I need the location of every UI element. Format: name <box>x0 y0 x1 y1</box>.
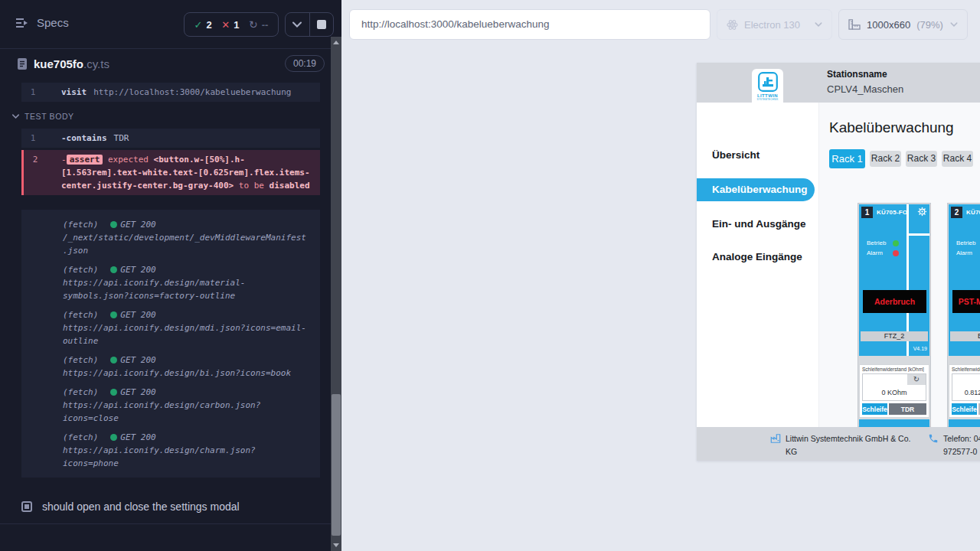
specs-menu-icon[interactable] <box>15 17 29 29</box>
pending-test-row[interactable]: should open and close the settings modal <box>21 500 240 513</box>
success-dot-icon <box>110 311 117 318</box>
x-icon: ✕ <box>221 19 230 31</box>
app-main: Kabelüberwachung Rack 1 Rack 2 Rack 3 Ra… <box>819 103 980 427</box>
rack-unit-card-2: 2 KÜ705-FO Betrieb Alarm PST-M prüfen B2… <box>947 203 980 427</box>
tab-rack-1[interactable]: Rack 1 <box>829 149 865 168</box>
contains-command-row[interactable]: 1 -containsTDR <box>21 129 320 148</box>
schleife-button[interactable]: Schleife <box>952 403 977 415</box>
scroll-down-arrow-icon[interactable] <box>333 543 339 547</box>
stat-pending: ↻-- <box>249 18 268 31</box>
fetch-log-entry: (fetch)GET 200 https://api.iconify.desig… <box>21 304 320 349</box>
fetch-log-entry: (fetch)GET 200 https://api.iconify.desig… <box>21 349 320 381</box>
visit-command: visit <box>61 87 87 97</box>
reporter-scrollbar[interactable] <box>331 37 341 551</box>
assert-badge: assert <box>67 155 103 165</box>
failed-assert-row[interactable]: 2 -assert expected <button.w-[50%].h-[1.… <box>21 150 320 195</box>
spec-file-name: kue705fo.cy.ts <box>34 57 109 70</box>
tab-rack-2[interactable]: Rack 2 <box>870 151 901 167</box>
rack-unit-card-1: 1 KÜ705-FO Betrieb Alarm Aderbruch FTZ_2… <box>858 203 931 427</box>
check-icon: ✓ <box>194 19 203 31</box>
success-dot-icon <box>110 389 117 396</box>
tdr-button[interactable]: TDR <box>889 403 926 415</box>
littwin-logo-icon <box>758 72 778 92</box>
factory-icon <box>770 433 781 444</box>
station-info: Stationsname CPLV4_Maschen <box>827 69 903 95</box>
resistance-label: Schleifenwiderstand [kOhm] <box>949 365 980 372</box>
contains-command: -contains <box>61 133 107 143</box>
unit-model-label: KÜ705-FO <box>877 209 907 216</box>
fetch-url: https://api.iconify.design/charm.json?ic… <box>63 444 306 470</box>
resistance-value: 0.812 KOhm <box>952 389 980 396</box>
page-title: Kabelüberwachung <box>829 119 954 136</box>
success-dot-icon <box>110 221 117 228</box>
stop-icon <box>317 20 326 29</box>
visit-command-row[interactable]: 1 visithttp://localhost:3000/kabelueberw… <box>21 83 320 102</box>
fetch-url: https://api.iconify.design/carbon.json?i… <box>63 399 306 425</box>
assert-expected-state: disabled <box>270 181 310 191</box>
chevron-down-icon <box>815 22 822 27</box>
tab-rack-3[interactable]: Rack 3 <box>906 151 937 167</box>
scroll-up-arrow-icon[interactable] <box>333 41 339 44</box>
aut-background: http://localhost:3000/kabelueberwachung … <box>341 0 980 551</box>
status-display: Aderbruch <box>863 290 926 313</box>
stop-button[interactable] <box>309 13 334 36</box>
success-dot-icon <box>110 434 117 441</box>
success-dot-icon <box>110 266 117 273</box>
station-value: CPLV4_Maschen <box>827 83 903 95</box>
cypress-reporter-panel: Specs ✓2 ✕1 ↻-- kue705fo.cy.ts 00:19 1 v… <box>0 0 341 551</box>
specs-label[interactable]: Specs <box>37 16 69 29</box>
resistance-value: 0 KOhm <box>863 389 926 396</box>
divider <box>0 523 331 524</box>
spec-file-icon <box>17 57 28 70</box>
scrollbar-thumb[interactable] <box>332 394 341 536</box>
refresh-circle-icon: ↻ <box>249 18 258 31</box>
cable-name: B23 <box>950 331 980 341</box>
app-sidebar: Übersicht Kabelüberwachung Ein- und Ausg… <box>697 103 819 427</box>
divider <box>909 233 929 236</box>
viewport-select[interactable]: 1000x660 (79%) <box>838 9 968 40</box>
reporter-header: Specs ✓2 ✕1 ↻-- <box>0 0 331 49</box>
unit-number-badge: 2 <box>951 207 962 218</box>
tab-rack-4[interactable]: Rack 4 <box>942 151 973 167</box>
pending-test-title: should open and close the settings modal <box>42 500 240 513</box>
footer-phone[interactable]: Telefon: 04402 972577-0 <box>928 432 980 459</box>
rack-units-row: 1 KÜ705-FO Betrieb Alarm Aderbruch FTZ_2… <box>858 203 980 427</box>
test-body-section-header[interactable]: TEST BODY <box>12 112 74 121</box>
phone-icon <box>928 433 939 444</box>
status-display: PST-M prüfen <box>952 290 980 313</box>
sidebar-item-kabelueberwachung-active[interactable]: Kabelüberwachung <box>697 178 815 201</box>
fetch-url: https://api.iconify.design/bi.json?icons… <box>63 367 306 380</box>
unit-gear-icon[interactable] <box>917 207 927 217</box>
sidebar-item-ein-und-ausgaenge[interactable]: Ein- und Ausgänge <box>712 218 806 230</box>
fetch-url: https://api.iconify.design/mdi.json?icon… <box>63 321 306 347</box>
resistance-value-box: ↻ 0 KOhm <box>862 373 926 401</box>
contains-arg: TDR <box>114 133 129 143</box>
sidebar-item-uebersicht[interactable]: Übersicht <box>712 149 760 161</box>
firmware-version: V4.19 <box>913 346 927 351</box>
fetch-url: https://api.iconify.design/material-symb… <box>63 276 306 302</box>
fetch-log-entry: (fetch)GET 200 /_next/static/development… <box>21 214 320 259</box>
app-footer: Littwin Systemtechnik GmbH & Co. KG Tele… <box>697 427 980 461</box>
app-preview-frame: LITTWIN SYSTEMTECHNIK Stationsname CPLV4… <box>697 63 980 461</box>
success-dot-icon <box>110 357 117 364</box>
littwin-logo: LITTWIN SYSTEMTECHNIK <box>752 69 783 110</box>
spec-file-row[interactable]: kue705fo.cy.ts 00:19 <box>0 55 331 81</box>
refresh-icon[interactable]: ↻ <box>907 374 926 385</box>
browser-select[interactable]: Electron 130 <box>717 9 832 40</box>
sidebar-item-analoge-eingaenge[interactable]: Analoge Eingänge <box>712 251 802 262</box>
pending-test-icon <box>21 501 32 512</box>
fetch-log-entry: (fetch)GET 200 https://api.iconify.desig… <box>21 259 320 304</box>
schleife-button[interactable]: Schleife <box>862 403 887 415</box>
url-input[interactable]: http://localhost:3000/kabelueberwachung <box>349 9 710 40</box>
runner-controls <box>285 12 334 37</box>
footer-company: Littwin Systemtechnik GmbH & Co. KG <box>770 432 920 459</box>
spec-timer: 00:19 <box>285 55 325 72</box>
fetch-url: /_next/static/development/_devMiddleware… <box>63 231 306 257</box>
collapse-button[interactable] <box>286 13 309 36</box>
visit-url: http://localhost:3000/kabelueberwachung <box>93 87 291 97</box>
resistance-label: Schleifenwiderstand [kOhm] <box>860 365 929 372</box>
resistance-value-box: ↻ 0.812 KOhm <box>952 373 980 401</box>
cable-name: FTZ_2 <box>861 331 928 341</box>
chevron-down-icon <box>950 22 958 27</box>
stat-failed: ✕1 <box>221 19 239 31</box>
